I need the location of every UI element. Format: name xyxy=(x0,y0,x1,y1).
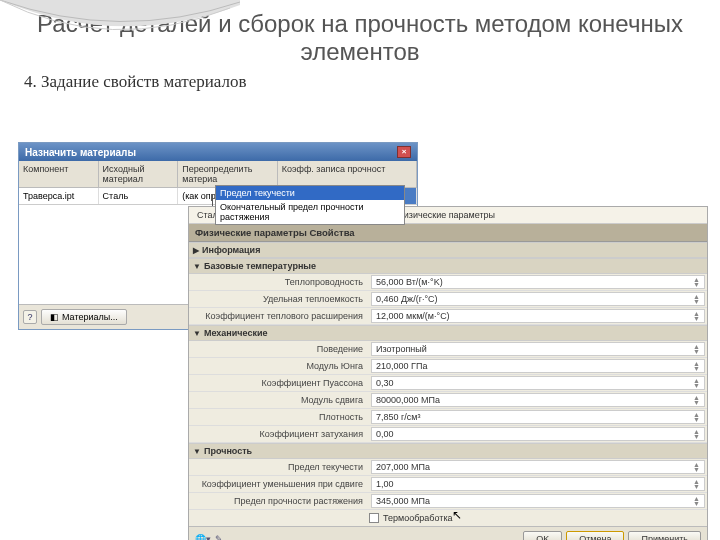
property-value[interactable]: 0,460 Дж/(г·°C)▲▼ xyxy=(371,292,705,306)
stepper-icon[interactable]: ▲▼ xyxy=(693,361,700,371)
cell-component: Траверса.ipt xyxy=(19,188,99,204)
close-icon[interactable]: × xyxy=(397,146,411,158)
property-label: Теплопроводность xyxy=(189,276,369,288)
material-properties-panel: Сталь Физические параметры Физические па… xyxy=(188,206,708,540)
property-row: Предел текучести207,000 МПа▲▼ xyxy=(189,459,707,476)
property-row: ПоведениеИзотропный▲▼ xyxy=(189,341,707,358)
property-row: Теплопроводность56,000 Вт/(м·°K)▲▼ xyxy=(189,274,707,291)
property-row: Плотность7,850 г/см³▲▼ xyxy=(189,409,707,426)
section-mechanical[interactable]: ▼Механические xyxy=(189,325,707,341)
dialog-titlebar[interactable]: Назначить материалы × xyxy=(19,143,417,161)
property-value[interactable]: 207,000 МПа▲▼ xyxy=(371,460,705,474)
chevron-down-icon: ▼ xyxy=(193,447,201,456)
chevron-down-icon: ▼ xyxy=(193,329,201,338)
decorative-swoosh xyxy=(0,0,240,60)
property-label: Плотность xyxy=(189,411,369,423)
property-label: Удельная теплоемкость xyxy=(189,293,369,305)
property-row: Коэффициент теплового расширения12,000 м… xyxy=(189,308,707,325)
property-row: Модуль Юнга210,000 ГПа▲▼ xyxy=(189,358,707,375)
section-information[interactable]: ▶Информация xyxy=(189,242,707,258)
property-row: Коэффициент уменьшения при сдвиге1,00▲▼ xyxy=(189,476,707,493)
slide-subtitle: 4. Задание свойств материалов xyxy=(0,70,720,100)
stepper-icon[interactable]: ▲▼ xyxy=(693,294,700,304)
stepper-icon[interactable]: ▲▼ xyxy=(693,479,700,489)
materials-button[interactable]: ◧ Материалы... xyxy=(41,309,127,325)
property-row: Коэффициент Пуассона0,30▲▼ xyxy=(189,375,707,392)
stepper-icon[interactable]: ▲▼ xyxy=(693,277,700,287)
dialog-title: Назначить материалы xyxy=(25,147,136,158)
property-value[interactable]: 0,30▲▼ xyxy=(371,376,705,390)
property-label: Коэффициент теплового расширения xyxy=(189,310,369,322)
material-icon: ◧ xyxy=(50,312,59,322)
stepper-icon[interactable]: ▲▼ xyxy=(693,496,700,506)
chevron-down-icon: ▼ xyxy=(193,262,201,271)
property-label: Коэффициент Пуассона xyxy=(189,377,369,389)
property-value[interactable]: 345,000 МПа▲▼ xyxy=(371,494,705,508)
property-label: Коэффициент затухания xyxy=(189,428,369,440)
property-value[interactable]: 12,000 мкм/(м·°C)▲▼ xyxy=(371,309,705,323)
stepper-icon[interactable]: ▲▼ xyxy=(693,311,700,321)
property-label: Модуль сдвига xyxy=(189,394,369,406)
property-row: Предел прочности растяжения345,000 МПа▲▼ xyxy=(189,493,707,510)
col-source-material: Исходный материал xyxy=(99,161,179,187)
property-label: Коэффициент уменьшения при сдвиге xyxy=(189,478,369,490)
col-override: Переопределить материа xyxy=(178,161,278,187)
stepper-icon[interactable]: ▲▼ xyxy=(693,344,700,354)
ok-button[interactable]: OK xyxy=(523,531,562,540)
checkbox-label: Термообработка xyxy=(383,513,453,523)
property-value[interactable]: 56,000 Вт/(м·°K)▲▼ xyxy=(371,275,705,289)
help-icon[interactable]: ? xyxy=(23,310,37,324)
stepper-icon[interactable]: ▲▼ xyxy=(693,429,700,439)
property-label: Поведение xyxy=(189,343,369,355)
heat-treatment-row[interactable]: Термообработка xyxy=(189,510,707,526)
panel-footer: 🌐▾ ✎ OK Отмена Применить xyxy=(189,526,707,540)
property-label: Предел прочности растяжения xyxy=(189,495,369,507)
property-row: Удельная теплоемкость0,460 Дж/(г·°C)▲▼ xyxy=(189,291,707,308)
chevron-right-icon: ▶ xyxy=(193,246,199,255)
property-value[interactable]: 1,00▲▼ xyxy=(371,477,705,491)
stepper-icon[interactable]: ▲▼ xyxy=(693,378,700,388)
cell-material: Сталь xyxy=(99,188,179,204)
library-icon[interactable]: 🌐▾ xyxy=(195,534,211,540)
property-value[interactable]: 80000,000 МПа▲▼ xyxy=(371,393,705,407)
panel-subtitle: Физические параметры Свойства xyxy=(189,224,707,242)
col-component: Компонент xyxy=(19,161,99,187)
stepper-icon[interactable]: ▲▼ xyxy=(693,462,700,472)
property-row: Коэффициент затухания0,00▲▼ xyxy=(189,426,707,443)
property-label: Модуль Юнга xyxy=(189,360,369,372)
col-strength-coeff: Коэфф. записа прочност xyxy=(278,161,417,187)
tool-icon[interactable]: ✎ xyxy=(215,534,223,540)
apply-button[interactable]: Применить xyxy=(628,531,701,540)
dropdown-option[interactable]: Окончательный предел прочности растяжени… xyxy=(216,200,404,224)
table-header: Компонент Исходный материал Переопредели… xyxy=(19,161,417,188)
property-value[interactable]: 7,850 г/см³▲▼ xyxy=(371,410,705,424)
property-label: Предел текучести xyxy=(189,461,369,473)
section-base-temp[interactable]: ▼Базовые температурные xyxy=(189,258,707,274)
section-strength[interactable]: ▼Прочность xyxy=(189,443,707,459)
cancel-button[interactable]: Отмена xyxy=(566,531,624,540)
strength-dropdown[interactable]: Предел текучести Окончательный предел пр… xyxy=(215,185,405,225)
property-row: Модуль сдвига80000,000 МПа▲▼ xyxy=(189,392,707,409)
material-category: Физические параметры xyxy=(393,209,499,221)
property-value[interactable]: 0,00▲▼ xyxy=(371,427,705,441)
stepper-icon[interactable]: ▲▼ xyxy=(693,395,700,405)
property-value[interactable]: 210,000 ГПа▲▼ xyxy=(371,359,705,373)
stepper-icon[interactable]: ▲▼ xyxy=(693,412,700,422)
checkbox[interactable] xyxy=(369,513,379,523)
dropdown-option[interactable]: Предел текучести xyxy=(216,186,404,200)
property-value[interactable]: Изотропный▲▼ xyxy=(371,342,705,356)
